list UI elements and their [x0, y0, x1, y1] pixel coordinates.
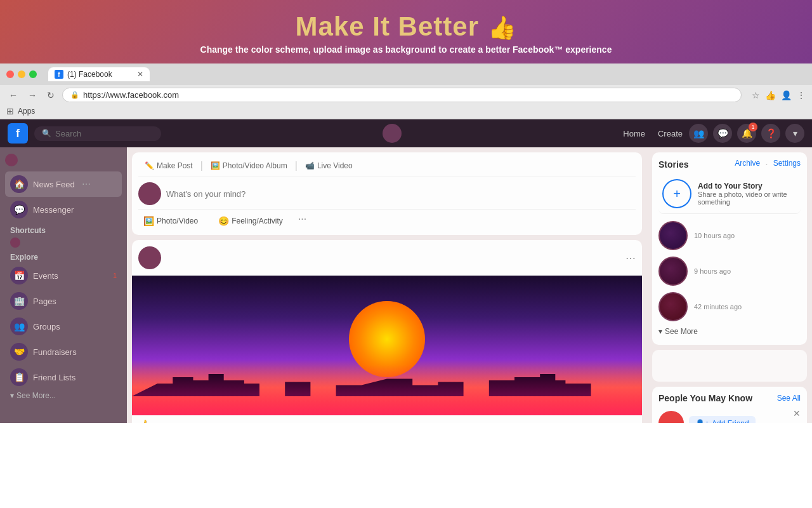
back-button[interactable]: ← — [6, 89, 20, 102]
sponsored-placeholder-card — [652, 350, 807, 382]
sidebar-item-messenger[interactable]: 💬 Messenger — [5, 197, 122, 222]
add-story-button[interactable]: + Add to Your Story Share a photo, video… — [658, 175, 801, 214]
story-item-1[interactable]: 10 hours ago — [658, 218, 801, 253]
nav-icons: 👥 💬 🔔 1 ❓ ▾ — [689, 124, 804, 143]
story-item-3[interactable]: 42 minutes ago — [658, 289, 801, 324]
add-story-plus-icon: + — [662, 179, 691, 208]
url-text: https://www.facebook.com — [83, 90, 179, 100]
account-menu-button[interactable]: ▾ — [785, 124, 804, 143]
browser-tab-facebook[interactable]: f (1) Facebook ✕ — [48, 67, 150, 81]
pymk-close-1[interactable]: ✕ — [793, 408, 801, 418]
minimize-window-button[interactable] — [18, 70, 25, 78]
settings-link[interactable]: Settings — [773, 159, 801, 170]
menu-icon[interactable]: ⋮ — [797, 90, 806, 100]
story-item-2[interactable]: 9 hours ago — [658, 253, 801, 289]
browser-actions: ☆ 👍 👤 ⋮ — [752, 90, 806, 100]
sidebar-item-fundraisers[interactable]: 🤝 Fundraisers — [5, 339, 122, 364]
live-video-tab[interactable]: 📹 Live Video — [299, 159, 359, 173]
pymk-avatar-1 — [658, 411, 684, 423]
stories-see-more-button[interactable]: ▾ See More — [658, 324, 801, 338]
archive-link[interactable]: Archive — [735, 159, 760, 170]
add-friend-button-1[interactable]: 👤+ Add Friend — [689, 416, 756, 423]
tab-bar: f (1) Facebook ✕ — [48, 67, 806, 81]
post-reactions: 👍 — [132, 415, 642, 423]
facebook-navbar: f 🔍 Home Create 👥 💬 🔔 1 ❓ ▾ — [0, 119, 812, 147]
nav-create[interactable]: Create — [658, 129, 683, 138]
photo-video-action[interactable]: 🖼️ Photo/Video — [138, 213, 203, 229]
shortcut-item[interactable] — [10, 237, 20, 248]
stories-header: Stories Archive · Settings — [658, 159, 801, 170]
traffic-lights — [6, 70, 37, 78]
groups-icon: 👥 — [10, 318, 28, 335]
nav-links: Home Create — [623, 129, 683, 138]
reload-button[interactable]: ↻ — [44, 89, 57, 102]
banner: Make It Better 👍 Change the color scheme… — [0, 0, 812, 64]
add-friend-icon-1: 👤+ — [695, 419, 709, 423]
nav-home[interactable]: Home — [623, 129, 645, 138]
post-text-input[interactable] — [166, 189, 636, 199]
address-bar[interactable]: 🔒 https://www.facebook.com — [62, 88, 742, 102]
photo-icon: 🖼️ — [211, 161, 220, 170]
photo-video-album-tab[interactable]: 🖼️ Photo/Video Album — [204, 159, 294, 173]
sidebar-messenger-label: Messenger — [33, 205, 74, 215]
chevron-down-icon: ▾ — [658, 327, 662, 336]
close-window-button[interactable] — [6, 70, 14, 78]
add-story-subtitle: Share a photo, video or write something — [698, 190, 797, 206]
newsfeed-icon: 🏠 — [10, 175, 28, 193]
apps-label[interactable]: Apps — [18, 107, 35, 116]
post-image-grid — [132, 364, 642, 415]
make-post-tab[interactable]: ✏️ Make Post — [138, 159, 199, 173]
messenger-icon: 💬 — [10, 201, 28, 218]
post-header: ⋯ — [132, 240, 642, 276]
make-post-label: Make Post — [157, 161, 193, 170]
messages-icon-button[interactable]: 💬 — [713, 124, 732, 143]
see-more-label: See More... — [16, 391, 56, 400]
stories-actions: Archive · Settings — [735, 159, 801, 170]
sidebar-item-pages[interactable]: 🏢 Pages — [5, 288, 122, 314]
fundraisers-icon: 🤝 — [10, 343, 28, 361]
pymk-see-all-button[interactable]: See All — [777, 394, 801, 403]
sidebar-item-newsfeed[interactable]: 🏠 News Feed ⋯ — [5, 171, 122, 197]
forward-button[interactable]: → — [25, 89, 39, 102]
maximize-window-button[interactable] — [29, 70, 37, 78]
explore-section-title: Explore — [5, 249, 122, 263]
feeling-icon: 😊 — [218, 216, 229, 226]
sidebar-see-more-button[interactable]: ▾ See More... — [5, 390, 122, 401]
apps-grid-icon[interactable]: ⊞ — [6, 106, 14, 116]
search-bar[interactable]: 🔍 — [34, 126, 161, 141]
see-more-arrow-icon: ▾ — [10, 391, 14, 400]
sidebar-item-groups[interactable]: 👥 Groups — [5, 314, 122, 339]
bookmark-icon[interactable]: ☆ — [752, 90, 760, 100]
more-actions-button[interactable]: ··· — [298, 213, 306, 229]
facebook-logo: f — [8, 123, 28, 144]
newsfeed-more-button[interactable]: ⋯ — [80, 178, 93, 190]
friends-icon-button[interactable]: 👥 — [689, 124, 708, 143]
tab-close-button[interactable]: ✕ — [137, 70, 143, 79]
story-avatar-2 — [658, 257, 688, 286]
post-composer: ✏️ Make Post | 🖼️ Photo/Video Album | 📹 … — [132, 152, 642, 235]
account-icon[interactable]: 👤 — [781, 90, 792, 100]
help-icon-button[interactable]: ❓ — [761, 124, 780, 143]
notification-badge: 1 — [749, 123, 757, 131]
friendlists-icon: 📋 — [10, 368, 28, 386]
video-icon: 📹 — [305, 161, 315, 170]
feeling-activity-action[interactable]: 😊 Feeling/Activity — [213, 213, 288, 229]
facebook-stories-panel: Stories Archive · Settings + Add to Your… — [647, 147, 812, 423]
photo-video-icon: 🖼️ — [143, 216, 154, 226]
sidebar-item-friendlists[interactable]: 📋 Friend Lists — [5, 364, 122, 390]
pymk-title: People You May Know — [658, 393, 752, 403]
facebook-container: f 🔍 Home Create 👥 💬 🔔 1 ❓ ▾ — [0, 119, 812, 423]
post-menu-button[interactable]: ⋯ — [625, 252, 636, 264]
search-input[interactable] — [55, 129, 144, 138]
add-story-text-block: Add to Your Story Share a photo, video o… — [698, 182, 797, 206]
sidebar-newsfeed-label: News Feed — [33, 180, 75, 189]
sidebar-pages-label: Pages — [33, 297, 56, 306]
user-avatar-nav — [383, 124, 402, 143]
search-icon: 🔍 — [42, 129, 51, 138]
composer-actions: 🖼️ Photo/Video 😊 Feeling/Activity ··· — [138, 209, 636, 229]
notifications-icon-button[interactable]: 🔔 1 — [737, 124, 756, 143]
tab-separator-2: | — [295, 160, 298, 171]
sidebar-item-events[interactable]: 📅 Events 1 — [5, 263, 122, 288]
thumbsup-icon[interactable]: 👍 — [765, 90, 776, 100]
pencil-icon: ✏️ — [145, 161, 154, 170]
